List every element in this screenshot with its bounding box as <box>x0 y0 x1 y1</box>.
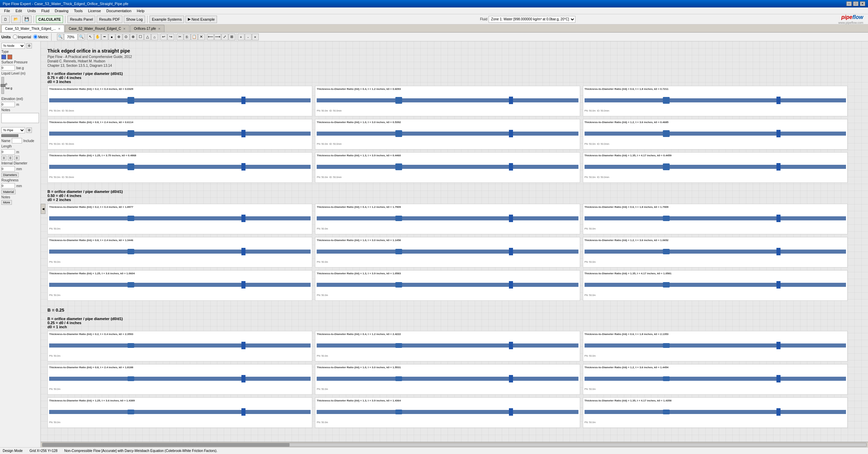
pipe-cell-1-0[interactable]: Thickness-to-Diameter Ratio (t/d) = 0.8,… <box>47 119 312 150</box>
cut-btn[interactable]: ✂ <box>177 34 183 40</box>
tab-2-close[interactable]: ✕ <box>158 27 161 31</box>
add-node-btn[interactable]: ● <box>108 34 115 40</box>
close-button[interactable]: ✕ <box>860 1 865 6</box>
undo-btn[interactable]: ↩ <box>160 34 167 40</box>
notes-textarea[interactable] <box>1 113 39 123</box>
pipe-cell-b2-0-1[interactable]: Thickness-to-Diameter Ratio (t/d) = 0.4,… <box>315 204 580 234</box>
show-log-button[interactable]: Show Log <box>124 16 145 23</box>
pipe-cell-b3-1-0[interactable]: Thickness-to-Diameter Ratio (t/d) = 0.8,… <box>47 364 312 395</box>
select-btn[interactable]: ↖ <box>87 34 94 40</box>
color-box-2[interactable] <box>7 55 12 59</box>
menu-fluid[interactable]: Fluid <box>39 8 52 14</box>
tab-1[interactable]: Case_52_Water_Round_Edged_C ✕ <box>65 25 130 32</box>
pipe-cell-0-2[interactable]: Thickness-to-Diameter Ratio (t/d) = 0.6,… <box>583 86 848 116</box>
node-settings-btn[interactable]: ⚙ <box>26 43 32 48</box>
menu-drawing[interactable]: Drawing <box>52 8 71 14</box>
pipe-color-preview[interactable] <box>1 134 18 137</box>
misc2-btn[interactable]: - <box>245 34 252 40</box>
pipe-cell-b2-1-2[interactable]: Thickness-to-Diameter Ratio (t/d) = 1.2,… <box>583 237 848 268</box>
fluid-select[interactable]: Zone 1: Water [998.000000 kg/m³ at 0.0ba… <box>489 16 575 23</box>
h-scrollbar-thumb[interactable] <box>42 443 290 447</box>
menu-help[interactable]: Help <box>134 8 147 14</box>
pipe-cell-b3-0-0[interactable]: Thickness-to-Diameter Ratio (t/d) = 0.2,… <box>47 331 312 361</box>
pipe-cell-1-2[interactable]: Thickness-to-Diameter Ratio (t/d) = 1.2,… <box>583 119 848 150</box>
slider-track[interactable] <box>1 77 4 94</box>
zoom-input[interactable] <box>64 34 78 40</box>
material-btn[interactable]: Material <box>1 190 16 194</box>
new-button[interactable]: 🗋 <box>1 16 10 23</box>
menu-license[interactable]: License <box>85 8 104 14</box>
pipe-cell-b2-0-0[interactable]: Thickness-to-Diameter Ratio (t/d) = 0.2,… <box>47 204 312 234</box>
misc1-btn[interactable]: + <box>238 34 244 40</box>
zoom-out-btn[interactable]: 🔍 <box>57 34 64 40</box>
calculate-button[interactable]: CALCULATE <box>36 16 63 23</box>
snap-btn[interactable]: ⊞ <box>229 34 235 40</box>
pipe-cell-1-1[interactable]: Thickness-to-Diameter Ratio (t/d) = 1.0,… <box>315 119 580 150</box>
pipe-cell-2-1[interactable]: Thickness-to-Diameter Ratio (t/d) = 1.3,… <box>315 152 580 183</box>
delete-btn[interactable]: ✕ <box>198 34 205 40</box>
pipe-cell-b2-2-1[interactable]: Thickness-to-Diameter Ratio (t/d) = 1.3,… <box>315 270 580 301</box>
copy-btn[interactable]: ⎘ <box>184 34 191 40</box>
tool4-btn[interactable]: ⊙ <box>123 34 130 40</box>
more-btn[interactable]: More <box>1 200 12 205</box>
pipe-cell-b2-2-0[interactable]: Thickness-to-Diameter Ratio (t/d) = 1.25… <box>47 270 312 301</box>
save-button[interactable]: 💾 <box>22 16 32 23</box>
redo-btn[interactable]: ↪ <box>167 34 174 40</box>
menu-tools[interactable]: Tools <box>71 8 85 14</box>
misc3-btn[interactable]: × <box>252 34 259 40</box>
pipe-type-select[interactable]: To Pipe <box>1 127 25 133</box>
pipe-cell-b3-0-1[interactable]: Thickness-to-Diameter Ratio (t/d) = 0.4,… <box>315 331 580 361</box>
imperial-radio-group[interactable]: Imperial <box>13 35 31 39</box>
metric-radio-group[interactable]: Metric <box>33 35 48 39</box>
minimize-button[interactable]: ─ <box>846 1 852 6</box>
open-button[interactable]: 📂 <box>11 16 21 23</box>
pipe-cell-b3-2-1[interactable]: Thickness-to-Diameter Ratio (t/d) = 1.3,… <box>315 397 580 428</box>
pipe-cell-b2-2-2[interactable]: Thickness-to-Diameter Ratio (t/d) = 1.35… <box>583 270 848 301</box>
next-example-button[interactable]: ▶ Next Example <box>185 16 217 23</box>
pipe-cell-b2-0-2[interactable]: Thickness-to-Diameter Ratio (t/d) = 0.6,… <box>583 204 848 234</box>
paste-btn[interactable]: 📋 <box>191 34 198 40</box>
pipe-settings-btn[interactable]: ⚙ <box>26 127 32 133</box>
node-type-select[interactable]: To Node <box>1 43 25 49</box>
length-btn-3[interactable]: 0 <box>14 156 19 160</box>
pipe-cell-b2-1-1[interactable]: Thickness-to-Diameter Ratio (t/d) = 1.0,… <box>315 237 580 268</box>
pan-btn[interactable]: ✋ <box>94 34 101 40</box>
add-pipe-btn[interactable]: ━ <box>101 34 108 40</box>
pipe-cell-0-0[interactable]: Thickness-to-Diameter Ratio (t/d) = 0.2,… <box>47 86 312 116</box>
roughness-input[interactable] <box>1 183 15 189</box>
tab-1-close[interactable]: ✕ <box>123 27 126 31</box>
tab-0-close[interactable]: ✕ <box>58 27 61 31</box>
pipe-cell-b3-1-1[interactable]: Thickness-to-Diameter Ratio (t/d) = 1.0,… <box>315 364 580 395</box>
menu-file[interactable]: File <box>1 8 13 14</box>
canvas-area[interactable]: Thick edged orifice in a straight pipe P… <box>41 41 868 442</box>
pipe-cell-b3-2-0[interactable]: Thickness-to-Diameter Ratio (t/d) = 1.25… <box>47 397 312 428</box>
menu-edit[interactable]: Edit <box>13 8 25 14</box>
tool5-btn[interactable]: ⊗ <box>130 34 137 40</box>
example-systems-button[interactable]: Example Systems <box>150 16 184 23</box>
menu-units[interactable]: Units <box>25 8 39 14</box>
h-scrollbar[interactable] <box>42 443 867 447</box>
id-input[interactable] <box>1 166 15 172</box>
metric-radio[interactable] <box>33 35 38 39</box>
length-btn-1[interactable]: 0 <box>1 156 6 160</box>
tab-2[interactable]: Orifices-17.pfe ✕ <box>130 25 164 32</box>
tool7-btn[interactable]: △ <box>144 34 151 40</box>
zoom-in-btn[interactable]: 🔍 <box>78 34 85 40</box>
color-box-1[interactable] <box>1 55 6 59</box>
window-controls[interactable]: ─ □ ✕ <box>846 1 865 6</box>
pipe-cell-2-2[interactable]: Thickness-to-Diameter Ratio (t/d) = 1.35… <box>583 152 848 183</box>
results-panel-button[interactable]: Results Panel <box>67 16 95 23</box>
menu-documentation[interactable]: Documentation <box>104 8 134 14</box>
pipe-cell-b3-0-2[interactable]: Thickness-to-Diameter Ratio (t/d) = 0.6,… <box>583 331 848 361</box>
elevation-input[interactable] <box>1 102 15 107</box>
pipe-cell-b2-1-0[interactable]: Thickness-to-Diameter Ratio (t/d) = 0.8,… <box>47 237 312 268</box>
pipe-cell-2-0[interactable]: Thickness-to-Diameter Ratio (t/d) = 1.25… <box>47 152 312 183</box>
surface-pressure-input[interactable] <box>1 65 15 71</box>
tab-0[interactable]: Case_53_Water_Thick_Edged_... ✕ <box>1 25 64 32</box>
zoom-fit-btn[interactable]: ⤢ <box>221 34 228 40</box>
imperial-radio[interactable] <box>13 35 17 39</box>
pipe-cell-b3-1-2[interactable]: Thickness-to-Diameter Ratio (t/d) = 1.2,… <box>583 364 848 395</box>
align-left-btn[interactable]: ⟵ <box>207 34 214 40</box>
panel-collapse-btn[interactable]: ◀ <box>41 204 45 214</box>
tool3-btn[interactable]: ⊕ <box>116 34 122 40</box>
